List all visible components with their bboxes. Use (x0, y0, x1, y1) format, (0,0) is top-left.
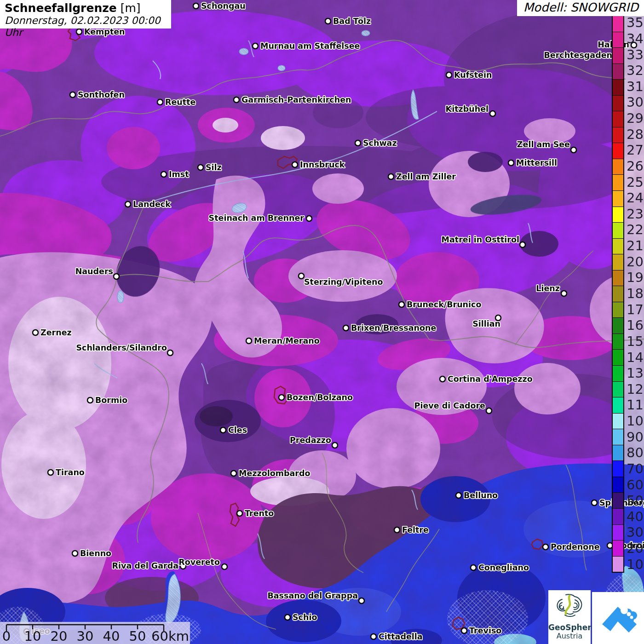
colorbar-segment (613, 414, 623, 430)
scalebar-label: 50 (129, 628, 146, 644)
colorbar-tick-label: 400 (627, 510, 644, 523)
city: Cortina d'Ampezzo (440, 374, 533, 384)
city-marker (48, 470, 53, 475)
colorbar-segment (613, 509, 623, 525)
colorbar-segment (613, 445, 623, 461)
city-label: Innsbruck (300, 160, 345, 169)
city-marker (285, 615, 290, 620)
city-label: Cortina d'Ampezzo (448, 374, 533, 384)
city-marker (198, 165, 203, 170)
city: Murnau am Staffelsee (253, 41, 360, 51)
city-label: Rovereto (178, 558, 220, 567)
city-marker (440, 376, 445, 382)
city-marker (495, 315, 501, 321)
city-label: Sillian (472, 319, 500, 328)
colorbar-tick-label: 3000 (627, 95, 644, 109)
city: Riva del Garda (112, 561, 186, 570)
colorbar-tick-label: 1400 (627, 351, 644, 364)
partner-logo (592, 592, 644, 644)
city-label: Tirano (56, 468, 85, 477)
city-label: Schio (293, 613, 317, 622)
colorbar-tick-label: 3300 (627, 48, 644, 62)
colorbar-segment (613, 191, 623, 207)
city-marker (70, 92, 75, 98)
city-label: Pieve di Cadore (414, 401, 486, 410)
city-marker (461, 628, 467, 633)
title-unit: [m] (121, 1, 141, 15)
colorbar-segment (613, 207, 623, 223)
colorbar-segment (613, 286, 623, 302)
colorbar-segment (613, 127, 623, 144)
city: Bruneck/Brunico (399, 300, 481, 309)
city-label: Imst (169, 170, 189, 179)
colorbar-segment (613, 16, 623, 32)
colorbar-tick-label: 2000 (627, 255, 644, 269)
colorbar-segment (613, 111, 623, 127)
mountain-cloud-icon (592, 592, 644, 644)
colorbar-tick-label: 1800 (627, 287, 644, 300)
colorbar-tick-label: 1500 (627, 334, 644, 348)
city-marker (292, 162, 298, 167)
city-label: Zell am Ziller (396, 172, 456, 181)
city-marker (87, 397, 93, 403)
city-label: Reutte (165, 98, 196, 107)
city-marker (114, 274, 119, 279)
city: Mezzolombardo (231, 469, 310, 478)
colorbar-tick-label: 1900 (627, 270, 644, 284)
city-label: Bruneck/Brunico (407, 300, 481, 309)
city-label: Garmisch-Partenkirchen (242, 95, 351, 104)
city-marker (157, 99, 163, 105)
colorbar-tick-label: 2400 (627, 191, 644, 205)
city-marker (388, 174, 394, 179)
city-label: Conegliano (478, 563, 529, 572)
city-marker (592, 500, 597, 506)
city-marker (253, 43, 258, 49)
city-label: Meran/Merano (254, 336, 320, 345)
city-label: Steinach am Brenner (209, 213, 305, 223)
city-label: Brixen/Bressanone (351, 323, 436, 333)
city-marker (167, 350, 173, 356)
colorbar-segment (613, 159, 623, 175)
city-marker (456, 493, 461, 498)
scalebar: 0102030405060km (0, 622, 190, 644)
scalebar-label: 10 (24, 628, 41, 644)
geosphere-logo: GeoSphere Austria (548, 590, 591, 644)
colorbar-tick-label: 2100 (627, 239, 644, 253)
city-label: Trento (245, 509, 274, 518)
city-marker (237, 511, 242, 516)
scalebar-label: 20 (51, 628, 68, 644)
city-marker (234, 97, 239, 103)
city: Steinach am Brenner (209, 213, 312, 223)
colorbar-tick-label: 3500 (627, 16, 644, 29)
city: Zell am Ziller (388, 172, 456, 181)
city-marker (279, 395, 284, 400)
city-marker (193, 3, 199, 9)
colorbar-segment (613, 32, 623, 48)
colorbar-tick-label: 1300 (627, 366, 644, 380)
city-label: Bienno (80, 549, 111, 558)
city-label: Treviso (469, 626, 501, 635)
city-marker (543, 544, 548, 550)
colorbar-segment (613, 350, 623, 366)
city-marker (471, 565, 476, 570)
colorbar-segment (613, 429, 623, 445)
city-label: Belluno (464, 491, 498, 500)
geosphere-country: Austria (548, 632, 591, 640)
colorbar-labels: 3500340033003200310030002900280027002600… (627, 15, 644, 573)
city-label: Landeck (133, 200, 171, 209)
city-label: Riva del Garda (112, 561, 178, 570)
colorbar-segment (613, 175, 623, 191)
city-label: Nauders (75, 267, 113, 276)
colorbar-segment (613, 48, 623, 64)
city-marker (561, 291, 567, 296)
colorbar-segment (613, 493, 623, 509)
city-marker (33, 330, 38, 335)
city-label: Sterzing/Vipiteno (304, 277, 383, 287)
scalebar-label: 30 (77, 628, 94, 644)
city-marker (394, 527, 400, 533)
city-marker (343, 325, 349, 331)
city-marker (446, 72, 452, 78)
colorbar-segment (613, 64, 623, 80)
city-marker (306, 216, 312, 221)
colorbar-tick-label: 2600 (627, 159, 644, 173)
